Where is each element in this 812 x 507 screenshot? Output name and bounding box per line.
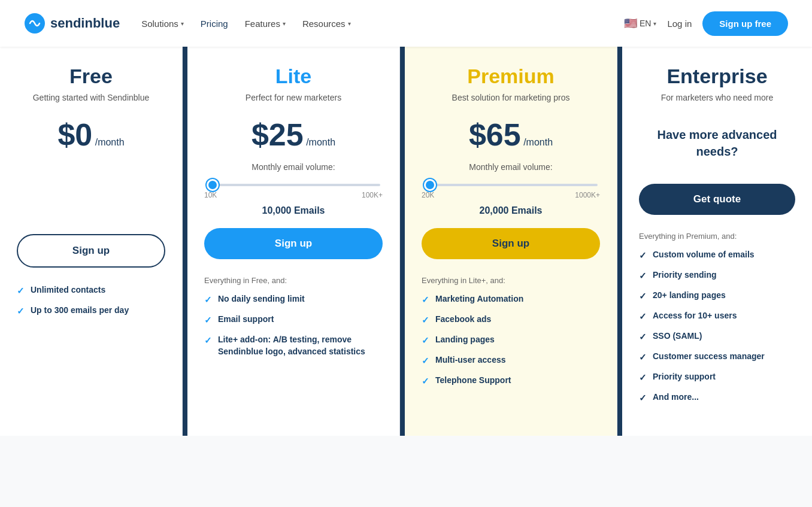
navbar-right: 🇺🇸 EN ▾ Log in Sign up free [624, 11, 788, 36]
plan-premium-tagline: Best solution for marketing pros [422, 93, 600, 102]
feature-text: Lite+ add-on: A/B testing, remove Sendin… [218, 334, 383, 357]
plan-premium: Premium Best solution for marketing pros… [405, 47, 617, 436]
plan-premium-slider-container [422, 178, 600, 189]
flag-icon: 🇺🇸 [624, 17, 637, 30]
check-icon: ✓ [639, 291, 647, 302]
plan-lite-cta[interactable]: Sign up [204, 228, 383, 259]
chevron-icon: ▾ [653, 20, 656, 27]
nav-pricing[interactable]: Pricing [201, 19, 228, 29]
lang-label: EN [640, 19, 651, 28]
plan-enterprise: Enterprise For marketers who need more H… [622, 47, 812, 436]
plan-free-price: $0 [57, 117, 92, 152]
nav-links: Solutions ▾ Pricing Features ▾ Resources… [141, 19, 350, 29]
plan-lite-features: ✓ No daily sending limit ✓ Email support… [204, 293, 383, 357]
chevron-icon: ▾ [181, 20, 184, 27]
check-icon: ✓ [639, 332, 647, 342]
chevron-icon: ▾ [348, 20, 351, 27]
feature-item: ✓ SSO (SAML) [639, 330, 795, 342]
feature-item: ✓ Facebook ads [422, 314, 600, 326]
logo-text: sendinblue [50, 16, 120, 31]
plan-free-period: /month [95, 137, 125, 147]
plan-enterprise-features-header: Everything in Premium, and: [639, 232, 795, 241]
plan-premium-features: ✓ Marketing Automation ✓ Facebook ads ✓ … [422, 293, 600, 387]
feature-item: ✓ Up to 300 emails per day [17, 305, 165, 317]
logo[interactable]: sendinblue [24, 13, 120, 34]
chevron-icon: ▾ [283, 20, 286, 27]
feature-item: ✓ Multi-user access [422, 354, 600, 366]
logo-icon [24, 13, 46, 34]
nav-features[interactable]: Features ▾ [245, 19, 286, 29]
feature-text: And more... [653, 391, 699, 403]
feature-item: ✓ Priority support [639, 371, 795, 383]
feature-text: Unlimited contacts [31, 284, 105, 296]
nav-solutions[interactable]: Solutions ▾ [141, 19, 184, 29]
plan-lite-period: /month [306, 137, 335, 147]
plan-premium-name: Premium [422, 65, 600, 88]
feature-text: Landing pages [435, 334, 495, 346]
divider-lite-premium [400, 47, 405, 436]
plan-lite-slider[interactable] [207, 184, 380, 186]
feature-text: Customer success manager [653, 351, 765, 363]
plan-premium-period: /month [523, 137, 553, 147]
plan-lite-slider-labels: 10K 100K+ [204, 191, 383, 199]
plan-lite-tagline: Perfect for new marketers [204, 93, 383, 102]
feature-text: Email support [218, 314, 274, 326]
plan-free-features: ✓ Unlimited contacts ✓ Up to 300 emails … [17, 284, 165, 317]
feature-text: Multi-user access [435, 354, 506, 366]
plan-enterprise-name: Enterprise [639, 65, 795, 88]
feature-item: ✓ Telephone Support [422, 375, 600, 387]
plan-free-name: Free [17, 65, 165, 88]
check-icon: ✓ [422, 335, 429, 346]
plan-lite-price-block: $25 /month [204, 117, 383, 153]
navbar: sendinblue Solutions ▾ Pricing Features … [0, 0, 812, 47]
plan-enterprise-features: ✓ Custom volume of emails ✓ Priority sen… [639, 249, 795, 403]
plan-free: Free Getting started with Sendinblue $0 … [0, 47, 183, 436]
feature-text: Priority support [653, 371, 716, 383]
plan-premium-volume-label: Monthly email volume: [422, 162, 600, 172]
check-icon: ✓ [639, 311, 647, 322]
feature-item: ✓ Access for 10+ users [639, 310, 795, 322]
plan-free-tagline: Getting started with Sendinblue [17, 93, 165, 102]
check-icon: ✓ [422, 376, 429, 387]
feature-item: ✓ Priority sending [639, 269, 795, 281]
plan-enterprise-needs: Have more advanced needs? [639, 126, 795, 160]
divider-free-lite [183, 47, 187, 436]
check-icon: ✓ [422, 356, 429, 366]
check-icon: ✓ [204, 315, 212, 326]
plan-lite-slider-container [204, 178, 383, 189]
check-icon: ✓ [639, 271, 647, 281]
plan-lite-price: $25 [252, 117, 304, 152]
feature-text: Telephone Support [435, 375, 511, 387]
check-icon: ✓ [422, 315, 429, 326]
plan-lite: Lite Perfect for new marketers $25 /mont… [187, 47, 400, 436]
slider-min-label: 10K [204, 191, 217, 199]
login-link[interactable]: Log in [667, 19, 692, 29]
check-icon: ✓ [639, 352, 647, 363]
feature-item: ✓ 20+ landing pages [639, 290, 795, 302]
check-icon: ✓ [639, 372, 647, 383]
plan-premium-price: $65 [469, 117, 521, 152]
plan-free-cta[interactable]: Sign up [17, 234, 165, 268]
plan-premium-price-block: $65 /month [422, 117, 600, 153]
nav-resources[interactable]: Resources ▾ [302, 19, 351, 29]
feature-text: Up to 300 emails per day [31, 305, 129, 317]
feature-text: Priority sending [653, 269, 717, 281]
feature-text: Marketing Automation [435, 293, 523, 305]
navbar-left: sendinblue Solutions ▾ Pricing Features … [24, 13, 351, 34]
plan-premium-slider[interactable] [424, 184, 598, 186]
plan-lite-email-volume: 10,000 Emails [204, 205, 383, 216]
check-icon: ✓ [17, 286, 25, 296]
feature-text: 20+ landing pages [653, 290, 726, 302]
check-icon: ✓ [422, 295, 429, 305]
plan-premium-cta[interactable]: Sign up [422, 228, 600, 259]
language-selector[interactable]: 🇺🇸 EN ▾ [624, 17, 656, 30]
feature-item: ✓ Email support [204, 314, 383, 326]
plan-lite-volume-label: Monthly email volume: [204, 162, 383, 172]
feature-item: ✓ Custom volume of emails [639, 249, 795, 261]
plan-enterprise-cta[interactable]: Get quote [639, 184, 795, 215]
check-icon: ✓ [639, 250, 647, 261]
plan-premium-features-header: Everything in Lite+, and: [422, 276, 600, 285]
signup-button[interactable]: Sign up free [702, 11, 788, 36]
feature-item: ✓ Customer success manager [639, 351, 795, 363]
feature-item: ✓ No daily sending limit [204, 293, 383, 305]
